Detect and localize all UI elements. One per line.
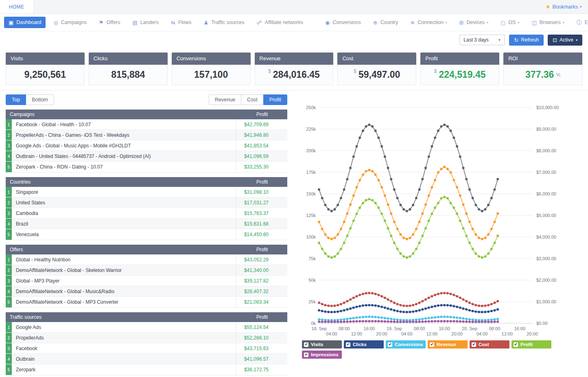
table-row[interactable]: 5 Zeropark - China - RON - Dating - 10.0…: [6, 162, 287, 172]
stat-card-conversions: Conversions 157,100: [172, 53, 251, 85]
table-row[interactable]: 5 DemoAffiliateNetwork - Global - MP3 Co…: [6, 297, 287, 307]
table-row[interactable]: 2 PropellerAds - China - Games- iOS Test…: [6, 130, 287, 140]
checkbox-icon[interactable]: ✔: [430, 342, 434, 347]
checkbox-icon[interactable]: ✔: [304, 342, 308, 347]
table-row[interactable]: 3 Global - MP3 Player $39,127.82: [6, 276, 287, 286]
legend-item-impressions[interactable]: ✔ Impressions: [302, 351, 342, 359]
checkbox-icon[interactable]: ✔: [472, 342, 476, 347]
toggle-profit[interactable]: Profit: [263, 94, 287, 105]
rank-table-countries: Countries Profit 1 Singapore $31,098.10 …: [6, 177, 287, 240]
error-log-icon: ⓘ: [577, 20, 582, 25]
nav-item-offers[interactable]: ⚑ Offers: [94, 17, 125, 28]
nav-item-error-log[interactable]: ⓘ Error log: [572, 17, 588, 28]
table-value-header: Profit: [256, 179, 268, 185]
refresh-icon: ↻: [514, 37, 518, 43]
stat-card-cost: Cost $ 59,497.00: [337, 53, 416, 85]
legend-item-cost[interactable]: ✔ Cost: [470, 340, 509, 349]
nav-item-affiliate-networks[interactable]: ☍ Affiliate networks: [252, 17, 307, 28]
table-row[interactable]: 2 DemoAffiliateNetwork - Global - Skelet…: [6, 265, 287, 276]
table-row[interactable]: 4 Outbrain - United States - 04485737 - …: [6, 151, 287, 162]
bookmarks-menu[interactable]: ★ Bookmarks ▾: [546, 0, 588, 13]
table-row[interactable]: 4 DemoAffiliateNetwork - Global - Music&…: [6, 286, 287, 297]
table-row[interactable]: 2 PropellerAds $52,266.10: [6, 333, 287, 343]
checkbox-icon[interactable]: ✔: [514, 342, 518, 347]
nav-item-browsers[interactable]: ◫ Browsers ▾: [527, 17, 568, 28]
date-range-select[interactable]: Last 3 days ▼: [459, 35, 505, 45]
table-value-header: Profit: [256, 314, 268, 320]
stat-body: 157,100: [172, 65, 251, 85]
legend-item-revenue[interactable]: ✔ Revenue: [428, 340, 468, 349]
nav-item-devices[interactable]: ⊞ Devices ▾: [455, 17, 493, 28]
refresh-button[interactable]: ↻ Refresh: [509, 35, 544, 46]
app-root: HOME ★ Bookmarks ▾ ▣ Dashboard ◎ Campaig…: [0, 0, 588, 377]
row-name: Zeropark: [12, 364, 236, 375]
table-row[interactable]: 1 Singapore $31,098.10: [6, 187, 287, 197]
toggle-top[interactable]: Top: [6, 94, 26, 105]
checkbox-icon[interactable]: ✔: [388, 342, 392, 347]
legend-item-profit[interactable]: ✔ Profit: [511, 340, 551, 349]
stat-label: ROI: [503, 53, 582, 65]
legend-item-visits[interactable]: ✔ Visits: [302, 340, 342, 349]
nav-item-label: OS: [508, 20, 516, 25]
svg-text:250k: 250k: [306, 105, 316, 110]
checkbox-icon[interactable]: ✔: [304, 353, 308, 357]
table-body: 1 Facebook - Global - Health - 10.07 $42…: [6, 119, 287, 173]
table-row[interactable]: 5 Venezuela $14,450.60: [6, 229, 287, 240]
toggle-cost[interactable]: Cost: [241, 94, 264, 105]
checkbox-icon[interactable]: ✔: [346, 342, 350, 347]
svg-text:19. Sep: 19. Sep: [387, 326, 402, 331]
stat-label: Profit: [420, 53, 499, 65]
table-row[interactable]: 2 United States $17,031.27: [6, 197, 287, 208]
home-tab-label: HOME: [9, 4, 24, 10]
toolbar: Last 3 days ▼ ↻ Refresh ⊡ Active ▾: [0, 31, 588, 48]
nav-item-connection[interactable]: ≋ Connection ▾: [406, 17, 451, 28]
table-row[interactable]: 1 Global - Healthy Nutrition $43,052.29: [6, 254, 287, 265]
svg-text:75k: 75k: [308, 256, 316, 261]
nav-item-flows[interactable]: ⇆ Flows: [166, 17, 196, 28]
nav-item-conversions[interactable]: ◉ Conversions: [321, 17, 365, 28]
table-body: 1 Global - Healthy Nutrition $43,052.29 …: [6, 254, 287, 308]
country-icon: ⊕: [373, 20, 378, 25]
row-name: Brazil: [12, 219, 236, 229]
svg-text:100k: 100k: [306, 235, 316, 239]
nav-item-dashboard[interactable]: ▣ Dashboard: [4, 17, 46, 28]
legend-label: Cost: [479, 342, 489, 347]
rank-badge: 1: [6, 322, 12, 332]
nav-item-traffic-sources[interactable]: ♟ Traffic sources: [199, 17, 249, 28]
active-label: Active: [560, 37, 573, 43]
svg-text:12:00: 12:00: [426, 331, 438, 336]
toggle-revenue[interactable]: Revenue: [209, 94, 241, 105]
nav-item-country[interactable]: ⊕ Country: [369, 17, 403, 28]
svg-text:04:00: 04:00: [477, 331, 488, 336]
row-profit: $55,124.54: [236, 322, 287, 332]
tab-home[interactable]: HOME: [0, 0, 34, 13]
table-row[interactable]: 4 Outbrain $41,096.57: [6, 354, 287, 364]
table-row[interactable]: 5 Zeropark $36,172.75: [6, 364, 287, 375]
traffic-sources-icon: ♟: [204, 20, 209, 25]
rank-badge: 2: [6, 333, 12, 343]
table-title: Campaigns: [10, 112, 35, 117]
table-row[interactable]: 1 Facebook - Global - Health - 10.07 $42…: [6, 119, 287, 130]
active-filter-button[interactable]: ⊡ Active ▾: [548, 35, 582, 46]
svg-text:25k: 25k: [308, 299, 316, 304]
campaigns-icon: ◎: [53, 20, 58, 25]
toggle-bottom[interactable]: Bottom: [26, 94, 54, 105]
row-profit: $41,340.00: [236, 265, 287, 275]
legend-item-conversions[interactable]: ✔ Conversions: [386, 340, 426, 349]
nav-item-campaigns[interactable]: ◎ Campaigns: [49, 17, 91, 28]
table-row[interactable]: 4 Brazil $15,631.68: [6, 219, 287, 229]
nav-item-os[interactable]: ▢ OS ▾: [496, 17, 524, 28]
table-row[interactable]: 3 Google Ads - Global - Music Apps - Mob…: [6, 140, 287, 151]
table-row[interactable]: 1 Google Ads $55,124.54: [6, 322, 287, 333]
currency-prefix: $: [354, 68, 356, 74]
table-row[interactable]: 3 Cambodia $15,763.37: [6, 208, 287, 219]
svg-text:175k: 175k: [306, 170, 316, 175]
stat-value: 59,497.00: [358, 69, 400, 80]
stat-value: 157,100: [194, 69, 228, 80]
nav-item-label: Browsers: [540, 20, 561, 25]
nav-item-landers[interactable]: ▤ Landers: [128, 17, 163, 28]
svg-text:$1,000.00: $1,000.00: [536, 299, 556, 304]
legend-item-clicks[interactable]: ✔ Clicks: [344, 340, 384, 349]
table-row[interactable]: 3 Facebook $43,715.63: [6, 343, 287, 354]
svg-text:16:00: 16:00: [439, 326, 450, 331]
